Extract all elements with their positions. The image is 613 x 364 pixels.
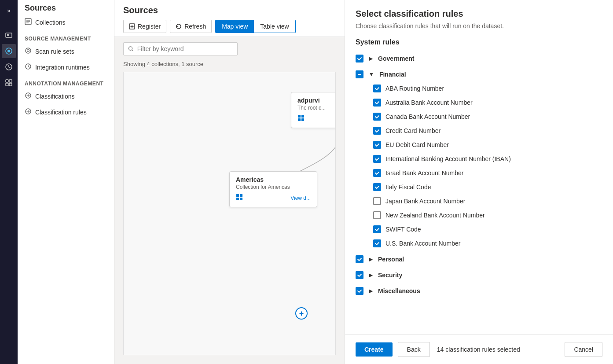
svg-rect-5 bbox=[6, 80, 8, 82]
security-row: ▶ Security bbox=[356, 268, 602, 282]
view-details-link[interactable]: View d... bbox=[290, 195, 311, 201]
scan-rule-sets-label: Scan rule sets bbox=[35, 48, 74, 55]
iban-checkbox[interactable] bbox=[373, 155, 381, 163]
map-view-button[interactable]: Map view bbox=[216, 20, 254, 33]
italy-fiscal-row: Italy Fiscal Code bbox=[356, 180, 602, 194]
insights-icon-btn[interactable] bbox=[2, 60, 16, 74]
miscellaneous-checkbox[interactable] bbox=[356, 287, 363, 295]
personal-checkbox[interactable] bbox=[356, 255, 363, 263]
back-button[interactable]: Back bbox=[398, 342, 430, 357]
adpurvi-card-footer bbox=[297, 114, 336, 123]
expand-collapse-btn[interactable]: » bbox=[2, 4, 16, 18]
israel-bank-row: Israel Bank Account Number bbox=[356, 166, 602, 180]
toolbar: Register Refresh Map view Table view bbox=[123, 20, 336, 37]
filter-input-container[interactable] bbox=[123, 42, 238, 55]
credit-card-name: Credit Card Number bbox=[385, 127, 440, 134]
sidebar: Sources Collections Source management Sc… bbox=[18, 0, 114, 364]
svg-rect-28 bbox=[358, 74, 361, 75]
security-checkbox[interactable] bbox=[356, 271, 363, 279]
sidebar-item-scan-rule-sets[interactable]: Scan rule sets bbox=[18, 44, 114, 59]
government-checkbox[interactable] bbox=[356, 55, 363, 63]
us-bank-name: U.S. Bank Account Number bbox=[385, 240, 460, 247]
register-button[interactable]: Register bbox=[123, 20, 166, 33]
svg-rect-20 bbox=[298, 115, 301, 118]
cancel-button[interactable]: Cancel bbox=[565, 342, 602, 357]
view-toggle: Map view Table view bbox=[215, 20, 296, 33]
financial-checkbox[interactable] bbox=[356, 70, 363, 78]
miscellaneous-name: Miscellaneous bbox=[378, 287, 420, 294]
panel-subtitle: Choose classification rules that will ru… bbox=[356, 22, 602, 29]
svg-rect-24 bbox=[236, 194, 239, 197]
australia-bank-row: Australia Bank Account Number bbox=[356, 96, 602, 110]
government-expand-btn[interactable]: ▶ bbox=[368, 55, 374, 63]
miscellaneous-row: ▶ Miscellaneous bbox=[356, 284, 602, 298]
israel-bank-name: Israel Bank Account Number bbox=[385, 169, 463, 176]
sidebar-item-collections[interactable]: Collections bbox=[18, 15, 114, 30]
svg-rect-1 bbox=[7, 34, 9, 36]
security-group: ▶ Security bbox=[356, 268, 602, 282]
canada-bank-row: Canada Bank Account Number bbox=[356, 110, 602, 124]
page-title: Sources bbox=[123, 5, 336, 15]
catalog-icon-btn[interactable] bbox=[2, 44, 16, 58]
iban-name: International Banking Account Number (IB… bbox=[385, 155, 511, 162]
financial-name: Financial bbox=[379, 71, 406, 78]
personal-expand-btn[interactable]: ▶ bbox=[368, 255, 374, 263]
sidebar-item-classifications[interactable]: Classifications bbox=[18, 88, 114, 104]
system-rules-label: System rules bbox=[356, 38, 602, 46]
eu-debit-row: EU Debit Card Number bbox=[356, 138, 602, 152]
filter-keyword-input[interactable] bbox=[137, 45, 233, 52]
sidebar-item-classification-rules[interactable]: Classification rules bbox=[18, 104, 114, 120]
nz-bank-checkbox[interactable] bbox=[373, 211, 381, 219]
panel-title: Select classification rules bbox=[356, 9, 602, 19]
security-expand-btn[interactable]: ▶ bbox=[368, 271, 374, 279]
australia-bank-checkbox[interactable] bbox=[373, 99, 381, 107]
svg-rect-21 bbox=[301, 115, 304, 118]
refresh-label: Refresh bbox=[184, 23, 206, 30]
svg-rect-25 bbox=[240, 194, 242, 197]
home-icon-btn[interactable] bbox=[2, 28, 16, 42]
personal-group: ▶ Personal bbox=[356, 252, 602, 266]
refresh-button[interactable]: Refresh bbox=[170, 20, 212, 33]
italy-fiscal-name: Italy Fiscal Code bbox=[385, 184, 431, 191]
svg-rect-6 bbox=[9, 80, 12, 82]
selected-count: 14 classification rules selected bbox=[437, 346, 520, 353]
security-name: Security bbox=[378, 272, 402, 279]
panel-body: Select classification rules Choose class… bbox=[345, 0, 613, 335]
tools-icon-btn[interactable] bbox=[2, 76, 16, 90]
add-collection-button[interactable]: + bbox=[295, 307, 308, 320]
canada-bank-checkbox[interactable] bbox=[373, 113, 381, 121]
swift-name: SWIFT Code bbox=[385, 226, 421, 233]
israel-bank-checkbox[interactable] bbox=[373, 169, 381, 177]
canada-bank-name: Canada Bank Account Number bbox=[385, 113, 470, 120]
japan-bank-row: Japan Bank Account Number bbox=[356, 194, 602, 208]
map-area: adpurvi The root c... Americas Collectio… bbox=[123, 72, 336, 355]
government-row: ▶ Government bbox=[356, 51, 602, 66]
americas-grid-icon bbox=[236, 194, 243, 202]
personal-row: ▶ Personal bbox=[356, 252, 602, 266]
miscellaneous-expand-btn[interactable]: ▶ bbox=[368, 287, 374, 295]
sidebar-item-integration-runtimes[interactable]: Integration runtimes bbox=[18, 59, 114, 75]
register-label: Register bbox=[138, 23, 161, 30]
financial-expand-btn[interactable]: ▼ bbox=[368, 70, 375, 78]
personal-name: Personal bbox=[378, 256, 404, 263]
integration-runtimes-icon bbox=[25, 63, 32, 72]
adpurvi-card-subtitle: The root c... bbox=[297, 105, 336, 111]
nz-bank-name: New Zealand Bank Account Number bbox=[385, 212, 485, 219]
japan-bank-name: Japan Bank Account Number bbox=[385, 198, 465, 205]
aba-routing-checkbox[interactable] bbox=[373, 85, 381, 92]
classification-rules-label: Classification rules bbox=[35, 109, 87, 116]
credit-card-checkbox[interactable] bbox=[373, 127, 381, 135]
aba-routing-name: ABA Routing Number bbox=[385, 85, 444, 92]
swift-checkbox[interactable] bbox=[373, 225, 381, 233]
financial-group: ▼ Financial ABA Routing Number Australia… bbox=[356, 67, 602, 250]
us-bank-checkbox[interactable] bbox=[373, 239, 381, 247]
adpurvi-card: adpurvi The root c... bbox=[291, 92, 336, 128]
create-button[interactable]: Create bbox=[356, 342, 393, 357]
credit-card-row: Credit Card Number bbox=[356, 124, 602, 138]
japan-bank-checkbox[interactable] bbox=[373, 197, 381, 205]
eu-debit-checkbox[interactable] bbox=[373, 141, 381, 149]
table-view-button[interactable]: Table view bbox=[254, 20, 295, 33]
italy-fiscal-checkbox[interactable] bbox=[373, 183, 381, 191]
svg-rect-27 bbox=[240, 198, 242, 200]
svg-rect-22 bbox=[298, 118, 301, 121]
